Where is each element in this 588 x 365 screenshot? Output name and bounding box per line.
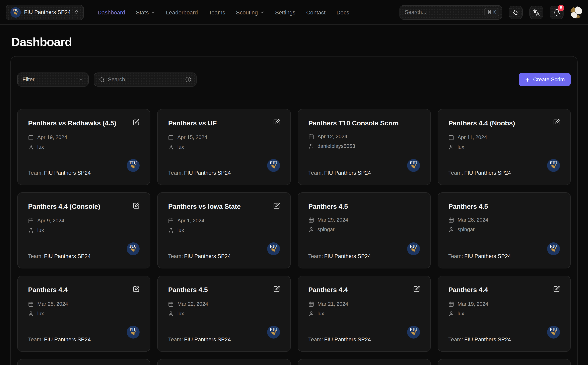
card-team-logo: FIU [547,159,560,172]
scrim-date: Mar 21, 2024 [318,301,348,307]
scrim-card: Team: [438,359,571,365]
search-icon [99,77,105,82]
edit-scrim-button[interactable] [130,202,140,212]
nav-link-docs[interactable]: Docs [336,9,349,15]
edit-pencil-square-icon [273,119,280,126]
team-name: FIU Panthers SP24 [44,337,91,343]
svg-text:FIU: FIU [550,244,557,248]
calendar-icon [448,217,454,223]
scrim-creator: danielplays5053 [318,143,355,149]
edit-scrim-button[interactable] [270,119,280,129]
scrim-creator-row: spingar [308,226,420,232]
scrim-creator-row: spingar [448,226,560,232]
scrim-date-row: Apr 15, 2024 [168,134,280,140]
scrim-search[interactable] [94,72,196,86]
edit-scrim-button[interactable] [130,286,140,295]
navbar: FIU FIU Panthers SP24 DashboardStatsLead… [0,0,588,25]
scrim-date-row: Apr 12, 2024 [308,133,420,140]
scrim-date: Apr 12, 2024 [318,133,347,140]
scrim-date-row: Apr 19, 2024 [28,134,140,140]
edit-scrim-button[interactable] [550,286,560,295]
scrim-date: Apr 1, 2024 [177,218,204,224]
scrim-creator-row: lux [168,227,280,233]
scrim-date: Mar 22, 2024 [177,301,208,307]
edit-scrim-button[interactable] [270,286,280,295]
nav-link-teams[interactable]: Teams [209,9,225,15]
nav-link-label: Docs [336,9,349,15]
language-button[interactable] [530,5,543,19]
user-icon [448,311,454,316]
theme-toggle-button[interactable] [509,5,523,19]
notifications-button[interactable]: 5 [550,5,564,19]
scrim-date-row: Mar 21, 2024 [308,301,420,307]
nav-link-leaderboard[interactable]: Leaderboard [166,9,198,15]
svg-text:FIU: FIU [130,161,137,165]
card-team-logo: FIU [267,242,280,255]
user-icon [28,227,34,233]
team-label: Team: [308,170,323,176]
team-name: FIU Panthers SP24 [464,170,511,176]
scrim-search-input[interactable] [108,77,182,83]
nav-link-contact[interactable]: Contact [306,9,326,15]
info-icon [185,77,191,83]
filter-select[interactable]: Filter [17,72,89,86]
global-search-input[interactable] [405,9,484,15]
nav-link-label: Stats [136,9,149,15]
team-name: FIU Panthers SP24 [184,337,231,343]
scrim-card: Panthers vs Redhawks (4.5) Apr 19, 2024 [17,109,151,185]
calendar-icon [308,134,314,139]
user-icon [168,311,174,316]
edit-scrim-button[interactable] [130,119,140,129]
edit-scrim-button[interactable] [410,286,420,295]
scrim-title: Panthers 4.5 [168,286,267,295]
edit-pencil-square-icon [553,286,560,293]
edit-scrim-button[interactable] [270,202,280,212]
team-name: FIU Panthers SP24 [44,170,91,176]
card-team-logo: FIU [267,326,280,338]
scrim-date: Apr 9, 2024 [37,218,64,224]
fiu-team-logo: FIU [267,326,280,338]
team-label: Team: [168,337,183,343]
fiu-team-logo: FIU [127,159,140,172]
team-logo-slot: FIU [10,7,21,17]
scrim-card: Team: [298,359,431,365]
team-label: Team: [448,170,463,176]
team-name: FIU Panthers SP24 [324,253,371,259]
scrims-panel: Filter Create Scrim Panthers vs Redhawks… [10,56,578,365]
team-row: Team:FIU Panthers SP24 [448,253,560,259]
languages-icon [533,9,540,16]
global-search[interactable]: ⌘ K [399,5,502,19]
nav-link-dashboard[interactable]: Dashboard [98,9,125,15]
user-icon [168,227,174,233]
team-selector[interactable]: FIU FIU Panthers SP24 [6,5,84,20]
create-scrim-button[interactable]: Create Scrim [519,73,571,86]
user-icon [28,144,34,150]
edit-pencil-square-icon [133,119,140,126]
filter-select-label: Filter [22,77,35,83]
svg-text:FIU: FIU [410,161,417,165]
notification-badge: 5 [558,5,564,11]
scrim-title: Panthers 4.5 [448,202,560,211]
team-row: Team:FIU Panthers SP24 [308,337,420,343]
team-row: Team:FIU Panthers SP24 [448,170,560,176]
scrim-date: Apr 19, 2024 [37,134,67,140]
team-label: Team: [28,337,43,343]
primary-nav: DashboardStatsLeaderboardTeamsScoutingSe… [98,9,349,15]
team-label: Team: [308,337,323,343]
nav-link-scouting[interactable]: Scouting [236,9,264,15]
fiu-team-logo: FIU [127,326,140,338]
scrim-date: Mar 19, 2024 [458,301,488,307]
team-row: Team:FIU Panthers SP24 [28,253,140,259]
team-name: FIU Panthers SP24 [324,170,371,176]
nav-link-settings[interactable]: Settings [275,9,295,15]
edit-scrim-button[interactable] [550,119,560,129]
nav-link-stats[interactable]: Stats [136,9,155,15]
user-avatar[interactable] [570,6,582,18]
fiu-team-logo: FIU [547,159,560,172]
svg-text:FIU: FIU [130,244,137,248]
scrim-title: Panthers vs Redhawks (4.5) [28,119,127,128]
nav-link-label: Scouting [236,9,258,15]
scrim-date-row: Mar 19, 2024 [448,301,560,307]
team-row: Team:FIU Panthers SP24 [168,253,280,259]
card-team-logo: FIU [407,242,420,255]
